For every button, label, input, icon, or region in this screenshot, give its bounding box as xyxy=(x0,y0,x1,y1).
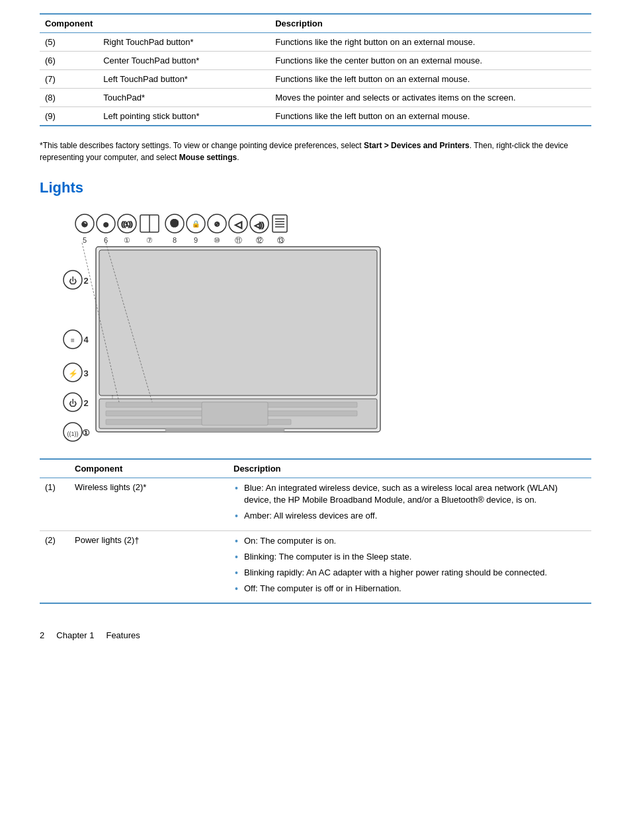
svg-text:🅐: 🅐 xyxy=(171,219,179,228)
laptop-image-container: ☯ ⊕ ((1)) 🅐 🔒 ⊘ ◁ ◁)) xyxy=(40,207,591,445)
lights-col-component-header: Component xyxy=(69,459,228,478)
laptop-image: ☯ ⊕ ((1)) 🅐 🔒 ⊘ ◁ ◁)) xyxy=(53,207,397,445)
svg-text:≡: ≡ xyxy=(71,337,75,344)
bullet-item: Blinking rapidly: An AC adapter with a h… xyxy=(233,567,586,579)
svg-text:⑩: ⑩ xyxy=(214,236,220,244)
svg-text:9: 9 xyxy=(194,236,198,244)
table-row: (5) Right TouchPad button* Functions lik… xyxy=(40,33,591,52)
col-component-label xyxy=(98,14,270,33)
table-row: (7) Left TouchPad button* Functions like… xyxy=(40,70,591,89)
row-component: Center TouchPad button* xyxy=(98,52,270,70)
row-num: (2) xyxy=(40,530,69,603)
svg-rect-55 xyxy=(202,402,268,425)
col-description-header: Description xyxy=(270,14,591,33)
chapter-title: Features xyxy=(106,630,140,640)
row-num: (1) xyxy=(40,478,69,531)
row-component: Left TouchPad button* xyxy=(98,70,270,89)
table-row: (9) Left pointing stick button* Function… xyxy=(40,107,591,126)
svg-text:2: 2 xyxy=(83,398,88,408)
row-component: Right TouchPad button* xyxy=(98,33,270,52)
row-description: Blue: An integrated wireless device, suc… xyxy=(228,478,591,531)
svg-text:⑦: ⑦ xyxy=(146,236,153,244)
row-description: On: The computer is on.Blinking: The com… xyxy=(228,530,591,603)
list-item: (2) Power lights (2)† On: The computer i… xyxy=(40,530,591,603)
bullet-item: Blue: An integrated wireless device, suc… xyxy=(233,482,586,506)
row-num: (7) xyxy=(40,70,98,89)
page-number: 2 xyxy=(40,630,44,640)
svg-text:5: 5 xyxy=(83,236,87,244)
bullet-item: Blinking: The computer is in the Sleep s… xyxy=(233,551,586,563)
row-component: Left pointing stick button* xyxy=(98,107,270,126)
svg-text:①: ① xyxy=(124,236,130,244)
svg-text:☯: ☯ xyxy=(81,220,88,228)
svg-text:8: 8 xyxy=(173,236,177,244)
row-description: Functions like the center button on an e… xyxy=(270,52,591,70)
row-component: Power lights (2)† xyxy=(69,530,228,603)
row-num: (8) xyxy=(40,89,98,107)
svg-text:◁)): ◁)) xyxy=(255,222,265,229)
svg-text:((1)): ((1)) xyxy=(122,221,133,228)
bullet-item: Amber: All wireless devices are off. xyxy=(233,510,586,522)
svg-text:🔒: 🔒 xyxy=(192,220,200,228)
list-item: (1) Wireless lights (2)* Blue: An integr… xyxy=(40,478,591,531)
lights-col-num-header xyxy=(40,459,69,478)
lights-col-description-header: Description xyxy=(228,459,591,478)
table-row: (8) TouchPad* Moves the pointer and sele… xyxy=(40,89,591,107)
bullet-item: On: The computer is on. xyxy=(233,535,586,547)
svg-text:⊘: ⊘ xyxy=(214,220,220,228)
laptop-svg: ☯ ⊕ ((1)) 🅐 🔒 ⊘ ◁ ◁)) xyxy=(53,207,397,445)
svg-text:⑪: ⑪ xyxy=(235,236,242,244)
bullet-item: Off: The computer is off or in Hibernati… xyxy=(233,583,586,595)
page-footer: 2 Chapter 1 Features xyxy=(40,630,591,640)
svg-text:⑬: ⑬ xyxy=(277,236,284,244)
svg-text:((1)): ((1)) xyxy=(67,431,79,437)
row-description: Functions like the left button on an ext… xyxy=(270,70,591,89)
table-row: (6) Center TouchPad button* Functions li… xyxy=(40,52,591,70)
row-num: (5) xyxy=(40,33,98,52)
svg-text:◁: ◁ xyxy=(235,219,242,230)
chapter-label: Chapter 1 xyxy=(56,630,94,640)
svg-rect-54 xyxy=(165,428,284,432)
row-description: Functions like the left button on an ext… xyxy=(270,107,591,126)
svg-text:3: 3 xyxy=(83,368,88,378)
footnote: *This table describes factory settings. … xyxy=(40,140,591,163)
svg-text:4: 4 xyxy=(83,335,89,345)
section-heading: Lights xyxy=(40,179,591,196)
row-num: (9) xyxy=(40,107,98,126)
svg-text:2: 2 xyxy=(83,276,88,286)
row-num: (6) xyxy=(40,52,98,70)
col-component-header: Component xyxy=(40,14,98,33)
svg-text:①: ① xyxy=(82,428,90,438)
svg-text:⑫: ⑫ xyxy=(256,236,263,244)
row-component: TouchPad* xyxy=(98,89,270,107)
touchpad-table: Component Description (5) Right TouchPad… xyxy=(40,13,591,126)
svg-rect-49 xyxy=(99,250,377,396)
lights-table: Component Description (1) Wireless light… xyxy=(40,458,591,604)
svg-rect-18 xyxy=(273,215,287,232)
row-description: Functions like the right button on an ex… xyxy=(270,33,591,52)
svg-text:⚡: ⚡ xyxy=(68,368,78,378)
svg-text:⏻: ⏻ xyxy=(69,399,77,408)
svg-text:⊕: ⊕ xyxy=(103,221,108,228)
svg-text:↑: ↑ xyxy=(111,393,114,400)
svg-text:⏻: ⏻ xyxy=(69,276,77,286)
row-description: Moves the pointer and selects or activat… xyxy=(270,89,591,107)
row-component: Wireless lights (2)* xyxy=(69,478,228,531)
